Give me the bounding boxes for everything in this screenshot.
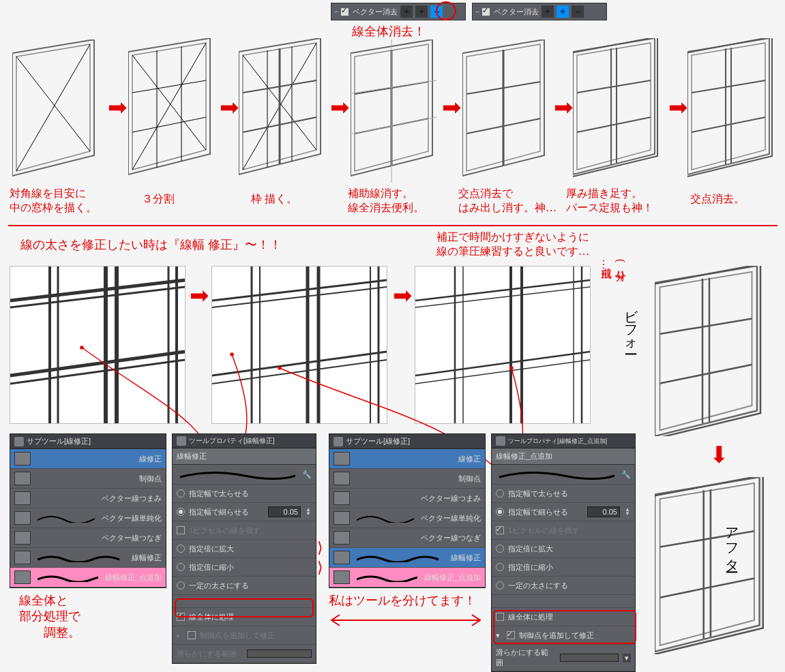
subtool-label: ベクター線つなぎ: [421, 533, 481, 543]
subtool-label: ベクター線単純化: [421, 513, 481, 523]
subtool-item[interactable]: ベクター線つなぎ: [10, 528, 166, 548]
radio-icon[interactable]: [177, 563, 185, 571]
nib-icon: [14, 452, 31, 465]
slider[interactable]: [560, 654, 619, 662]
panel-titlebar[interactable]: ツールプロパティ[線幅修正]: [173, 434, 316, 448]
wrench-icon[interactable]: 🔧: [302, 470, 312, 479]
stepper-icon[interactable]: ▲▼: [305, 508, 312, 516]
value-field[interactable]: 0.05: [268, 506, 301, 517]
step-7-sketch: [687, 38, 780, 184]
opt-scaledown[interactable]: 指定倍に縮小: [492, 558, 635, 577]
tool-icon: [334, 531, 350, 545]
brush-preview: 🔧: [492, 465, 635, 485]
opt-thin[interactable]: 指定幅で細らせる0.05▲▼: [492, 503, 635, 521]
panel-subheader: 線幅修正_点追加: [492, 448, 635, 465]
collapse-icon[interactable]: −: [475, 7, 479, 16]
tool-icon: [334, 491, 350, 505]
closeup-1: [10, 266, 186, 424]
radio-icon[interactable]: [177, 581, 185, 590]
arrow-icon: ➡: [330, 95, 349, 119]
subtool-panel-right: サブツール[線修正] 線修正 制御点 ベクター線つまみ ベクター線単純化 ベクタ…: [329, 433, 486, 588]
subtool-panel-left: サブツール[線修正] 線修正 制御点 ベクター線つまみ ベクター線単純化 ベクタ…: [10, 433, 166, 588]
step-1-sketch: [12, 40, 101, 183]
subtool-label: 制御点: [458, 474, 481, 484]
closeup-3: [415, 266, 591, 424]
wave-preview: [38, 512, 95, 524]
wrench-icon[interactable]: 🔧: [621, 470, 631, 479]
panel-title: サブツール[線修正]: [27, 436, 91, 446]
opt-smooth[interactable]: 滑らかにする範囲▾: [492, 645, 635, 671]
option-label: 指定倍に縮小: [189, 562, 312, 572]
subtool-item[interactable]: ベクター線つなぎ: [329, 528, 485, 548]
opt-scaleup[interactable]: 指定倍に拡大: [173, 540, 316, 558]
tool-icon: [14, 491, 31, 505]
mode-touch-icon[interactable]: ＋: [542, 5, 554, 18]
wave-preview: [38, 571, 98, 583]
step-2-sketch: [128, 38, 217, 181]
subtool-item[interactable]: ベクター線つまみ: [329, 489, 485, 508]
red-highlight-box: [175, 598, 314, 617]
radio-icon[interactable]: [496, 508, 504, 516]
panel-icon: [14, 437, 24, 446]
radio-icon[interactable]: [496, 581, 504, 590]
opt-thicken[interactable]: 指定幅で太らせる: [492, 485, 635, 503]
panel-titlebar[interactable]: サブツール[線修正]: [10, 434, 166, 449]
subtool-group[interactable]: 線修正: [10, 449, 166, 469]
radio-icon[interactable]: [496, 489, 504, 498]
mode-intersect-icon[interactable]: ＋: [557, 5, 569, 18]
subtool-item[interactable]: 線幅修正: [10, 548, 166, 568]
wave-preview: [357, 571, 417, 583]
subtool-item[interactable]: ベクター線つまみ: [10, 489, 166, 508]
vector-erase-checkbox[interactable]: [482, 8, 490, 16]
subtool-label: ベクター線つまみ: [102, 493, 162, 504]
subtool-label: ベクター線つなぎ: [102, 533, 162, 543]
subtool-item[interactable]: 線幅修正: [329, 548, 485, 568]
arrow-icon: ➡: [393, 284, 412, 307]
mode-intersect-icon[interactable]: ＋: [415, 5, 428, 18]
subtool-item[interactable]: ベクター線単純化: [329, 508, 485, 528]
step-6-sketch: [573, 38, 666, 184]
stepper-icon[interactable]: ▲▼: [624, 508, 631, 516]
collapse-icon[interactable]: −: [334, 7, 338, 16]
opt-thin[interactable]: 指定幅で細らせる0.05▲▼: [173, 503, 316, 521]
caption-step-6: 厚み描き足す。 パース定規も神！: [566, 187, 653, 215]
subtool-group-label: 線修正: [139, 454, 162, 464]
subtool-group[interactable]: 線修正: [329, 449, 485, 469]
double-arrow-annotation: [327, 612, 484, 628]
mode-touch-icon[interactable]: ＋: [400, 5, 413, 18]
subtool-item[interactable]: 制御点: [10, 469, 166, 489]
after-window: [655, 477, 771, 654]
annotation-practice: 補正で時間かけすぎないように 線の筆圧練習すると良いです…: [436, 230, 589, 259]
panel-titlebar[interactable]: ツールプロパティ[線幅修正_点追加]: [492, 434, 635, 448]
page: { "toolbar": { "vector_erase_label": "ベク…: [0, 0, 785, 672]
radio-icon[interactable]: [496, 563, 504, 571]
mode-whole-line-icon[interactable]: [572, 5, 584, 18]
radio-icon[interactable]: [177, 489, 185, 498]
caption-step-1: 対角線を目安に 中の窓枠を描く。: [10, 187, 97, 215]
annotation-whole-partial: 線全体と 部分処理で 調整。: [19, 593, 80, 641]
opt-tofixed[interactable]: 一定の太さにする: [492, 577, 635, 595]
subtool-item-selected[interactable]: 線幅修正_点追加: [10, 568, 166, 587]
subtool-item-selected[interactable]: 線幅修正_点追加: [329, 568, 485, 587]
opt-scaledown[interactable]: 指定倍に縮小: [173, 558, 316, 577]
dropdown-icon[interactable]: ▾: [623, 654, 631, 662]
radio-icon[interactable]: [496, 545, 504, 553]
subtool-label: 制御点: [139, 474, 162, 484]
opt-scaleup[interactable]: 指定倍に拡大: [492, 540, 635, 558]
radio-icon[interactable]: [177, 508, 185, 516]
option-label: 指定幅で太らせる: [508, 489, 631, 499]
vector-erase-checkbox[interactable]: [341, 8, 349, 16]
radio-icon[interactable]: [177, 545, 185, 553]
wave-preview: [357, 512, 414, 524]
panel-subheader: 線幅修正: [173, 448, 316, 465]
expand-icon[interactable]: ▸: [177, 631, 183, 640]
subtool-item[interactable]: ベクター線単純化: [10, 508, 166, 528]
option-label: 滑らかにする範囲: [177, 649, 240, 659]
panel-titlebar[interactable]: サブツール[線修正]: [329, 434, 485, 449]
subtool-item[interactable]: 制御点: [329, 469, 485, 489]
opt-tofixed[interactable]: 一定の太さにする: [173, 577, 316, 595]
value-field[interactable]: 0.05: [587, 506, 620, 517]
opt-thicken[interactable]: 指定幅で太らせる: [173, 485, 316, 503]
tool-icon: [334, 551, 350, 564]
option-label: 一定の太さにする: [189, 581, 312, 591]
